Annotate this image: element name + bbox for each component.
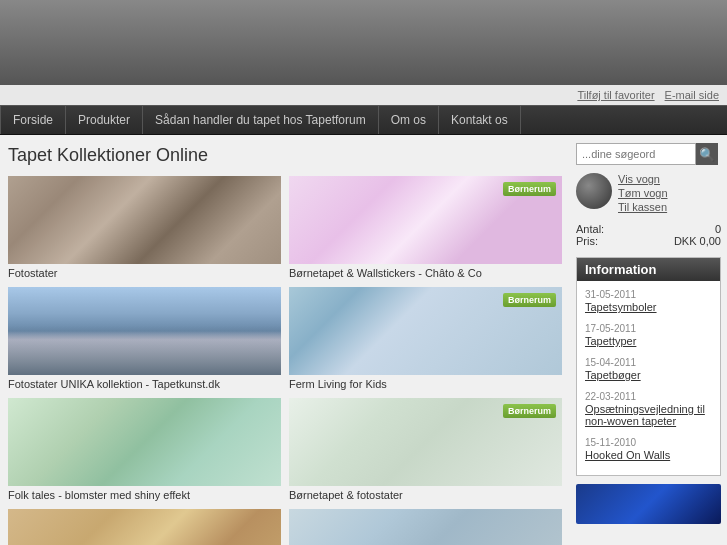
info-date-3: 22-03-2011	[585, 391, 636, 402]
product-grid: Fotostater Børnerum Børnetapet & Wallsti…	[8, 176, 562, 545]
list-item: Børnerum Ferm Living for Kids	[289, 287, 562, 390]
thumb-last2[interactable]	[289, 509, 562, 545]
item-label: Fotostater	[8, 267, 281, 279]
info-date-0: 31-05-2011	[585, 289, 636, 300]
pris-value: DKK 0,00	[674, 235, 721, 247]
content-area: Tapet Kollektioner Online Fotostater Bør…	[0, 135, 570, 545]
info-link-3[interactable]: Opsætningsvejledning til non-woven tapet…	[585, 403, 712, 427]
search-box: 🔍	[576, 143, 721, 165]
info-entry-3: 22-03-2011 Opsætningsvejledning til non-…	[585, 389, 712, 427]
cart-totals: Antal: 0 Pris: DKK 0,00	[576, 223, 721, 247]
bornerum-badge: Børnerum	[503, 293, 556, 307]
page-title: Tapet Kollektioner Online	[8, 145, 562, 166]
info-entry-0: 31-05-2011 Tapetsymboler	[585, 287, 712, 313]
info-entry-1: 17-05-2011 Tapettyper	[585, 321, 712, 347]
empty-cart-link[interactable]: Tøm vogn	[618, 187, 668, 199]
thumb-newyork[interactable]	[8, 287, 281, 375]
bornerum-badge: Børnerum	[503, 404, 556, 418]
nav-omos[interactable]: Om os	[379, 106, 439, 134]
search-button[interactable]: 🔍	[696, 143, 718, 165]
info-link-1[interactable]: Tapettyper	[585, 335, 712, 347]
thumb-last1[interactable]	[8, 509, 281, 545]
main-area: Tapet Kollektioner Online Fotostater Bør…	[0, 135, 727, 545]
top-links-bar: Tilføj til favoriter E-mail side	[0, 85, 727, 105]
nav-kontakt[interactable]: Kontakt os	[439, 106, 521, 134]
list-item: Fotostater	[8, 176, 281, 279]
nav-forside[interactable]: Forside	[0, 106, 66, 134]
cart-section: Vis vogn Tøm vogn Til kassen	[576, 173, 721, 213]
info-date-1: 17-05-2011	[585, 323, 636, 334]
list-item: Folk tales - blomster med shiny effekt	[8, 398, 281, 501]
info-link-2[interactable]: Tapetbøger	[585, 369, 712, 381]
info-link-0[interactable]: Tapetsymboler	[585, 301, 712, 313]
info-date-2: 15-04-2011	[585, 357, 636, 368]
bornerum-badge: Børnerum	[503, 182, 556, 196]
search-input[interactable]	[576, 143, 696, 165]
favorites-link[interactable]: Tilføj til favoriter	[577, 89, 654, 101]
nav-produkter[interactable]: Produkter	[66, 106, 143, 134]
blue-promo-box[interactable]	[576, 484, 721, 524]
info-header: Information	[577, 258, 720, 281]
checkout-link[interactable]: Til kassen	[618, 201, 668, 213]
antal-label: Antal:	[576, 223, 604, 235]
list-item: Fotostater UNIKA kollektion - Tapetkunst…	[8, 287, 281, 390]
info-date-4: 15-11-2010	[585, 437, 636, 448]
list-item: Børnerum Børnetapet & fotostater	[289, 398, 562, 501]
info-entry-2: 15-04-2011 Tapetbøger	[585, 355, 712, 381]
item-label: Ferm Living for Kids	[289, 378, 562, 390]
info-body: 31-05-2011 Tapetsymboler 17-05-2011 Tape…	[577, 281, 720, 475]
thumb-folktales[interactable]	[8, 398, 281, 486]
item-label: Børnetapet & fotostater	[289, 489, 562, 501]
view-cart-link[interactable]: Vis vogn	[618, 173, 668, 185]
thumb-kids1[interactable]: Børnerum	[289, 176, 562, 264]
antal-value: 0	[715, 223, 721, 235]
thumb-fotostater[interactable]	[8, 176, 281, 264]
thumb-bornetapet[interactable]: Børnerum	[289, 398, 562, 486]
nav-handler[interactable]: Sådan handler du tapet hos Tapetforum	[143, 106, 379, 134]
cart-links: Vis vogn Tøm vogn Til kassen	[618, 173, 668, 213]
info-entry-4: 15-11-2010 Hooked On Walls	[585, 435, 712, 461]
email-link[interactable]: E-mail side	[665, 89, 719, 101]
item-label: Folk tales - blomster med shiny effekt	[8, 489, 281, 501]
list-item	[8, 509, 281, 545]
sidebar: 🔍 Vis vogn Tøm vogn Til kassen Antal: 0 …	[570, 135, 727, 545]
city-skyline	[8, 325, 281, 375]
info-link-4[interactable]: Hooked On Walls	[585, 449, 712, 461]
navbar: Forside Produkter Sådan handler du tapet…	[0, 105, 727, 135]
site-header	[0, 0, 727, 85]
info-section: Information 31-05-2011 Tapetsymboler 17-…	[576, 257, 721, 476]
cart-icon	[576, 173, 612, 209]
thumb-ferm[interactable]: Børnerum	[289, 287, 562, 375]
list-item	[289, 509, 562, 545]
item-label: Fotostater UNIKA kollektion - Tapetkunst…	[8, 378, 281, 390]
list-item: Børnerum Børnetapet & Wallstickers - Châ…	[289, 176, 562, 279]
item-label: Børnetapet & Wallstickers - Châto & Co	[289, 267, 562, 279]
pris-label: Pris:	[576, 235, 598, 247]
